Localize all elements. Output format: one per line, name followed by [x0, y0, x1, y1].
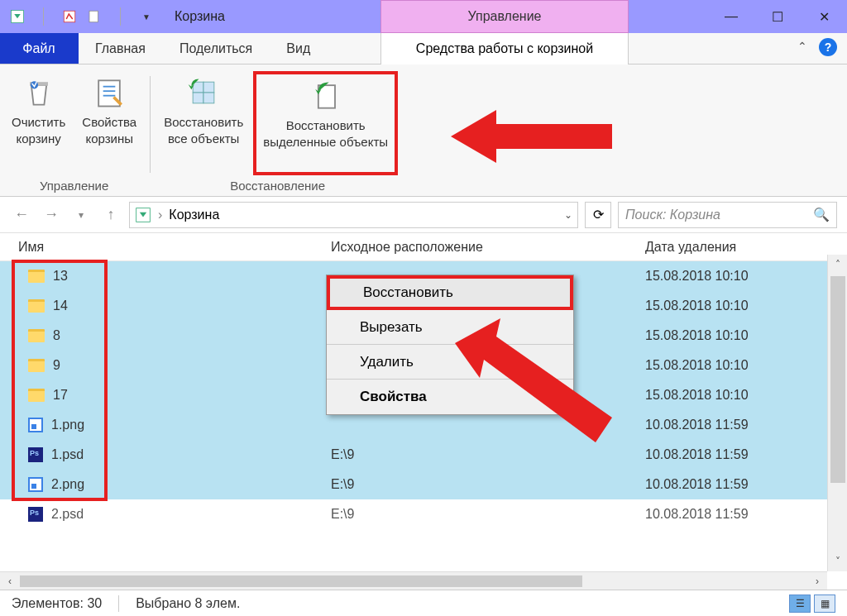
cell-date: 10.08.2018 11:59 — [645, 418, 847, 432]
recycle-props-button[interactable]: Свойства корзины — [75, 71, 143, 175]
cell-name: 2.png — [0, 477, 331, 492]
svg-rect-12 — [203, 93, 214, 103]
cell-date: 10.08.2018 11:59 — [645, 507, 847, 522]
restore-selected-icon — [308, 78, 344, 114]
properties-icon[interactable] — [62, 9, 77, 24]
forward-button[interactable]: → — [40, 203, 63, 227]
ribbon-tabs: Файл Главная Поделиться Вид Средства раб… — [0, 33, 847, 64]
cell-date: 10.08.2018 11:59 — [645, 477, 847, 492]
tab-file[interactable]: Файл — [0, 33, 79, 64]
restore-all-button[interactable]: Восстановить все объекты — [157, 71, 250, 175]
status-separator — [118, 595, 119, 612]
table-row[interactable]: 2.psdE:\910.08.2018 11:59 — [0, 499, 847, 529]
scroll-right-icon[interactable]: › — [807, 572, 827, 590]
svg-rect-9 — [193, 82, 203, 93]
history-dropdown-icon[interactable]: ▾ — [69, 203, 93, 227]
cell-date: 15.08.2018 10:10 — [645, 269, 847, 284]
cell-name: 14 — [0, 298, 331, 313]
cell-location: E:\9 — [331, 477, 645, 492]
restore-selected-button[interactable]: Восстановить выделенные объекты — [253, 71, 398, 175]
empty-recycle-label: Очистить корзину — [12, 114, 65, 146]
col-header-name[interactable]: Имя — [0, 240, 331, 255]
restore-all-label: Восстановить все объекты — [164, 114, 243, 146]
cell-name: 2.psd — [0, 507, 331, 522]
folder-icon — [28, 270, 45, 283]
scroll-left-icon[interactable]: ‹ — [0, 572, 20, 590]
recycle-bin-icon — [135, 207, 151, 223]
file-name: 8 — [53, 328, 60, 343]
minimize-button[interactable]: — — [708, 0, 754, 33]
col-header-location[interactable]: Исходное расположение — [331, 240, 645, 255]
back-button[interactable]: ← — [10, 203, 33, 227]
file-name: 17 — [53, 388, 68, 403]
psd-icon — [28, 447, 43, 462]
close-button[interactable]: ✕ — [801, 0, 847, 33]
refresh-button[interactable]: ⟳ — [585, 202, 611, 228]
up-button[interactable]: ↑ — [99, 203, 122, 227]
ribbon-group-manage: Очистить корзину Свойства корзины Управл… — [0, 71, 148, 196]
context-cut[interactable]: Вырезать — [327, 310, 573, 345]
table-row[interactable]: 2.pngE:\910.08.2018 11:59 — [0, 470, 847, 499]
file-name: 1.png — [51, 418, 84, 432]
cell-date: 15.08.2018 10:10 — [645, 298, 847, 313]
breadcrumb-bar[interactable]: › Корзина ⌄ — [129, 202, 578, 228]
new-doc-icon[interactable] — [87, 9, 102, 24]
context-restore[interactable]: Восстановить — [327, 275, 573, 310]
collapse-ribbon-icon[interactable]: ⌃ — [797, 40, 807, 53]
ribbon-group-restore-label: Восстановление — [230, 175, 325, 196]
window-controls: — ☐ ✕ — [708, 0, 847, 33]
thumbnails-view-button[interactable]: ▦ — [814, 595, 835, 613]
cell-date: 15.08.2018 10:10 — [645, 358, 847, 373]
svg-rect-1 — [64, 11, 75, 22]
trash-icon — [21, 74, 57, 111]
file-name: 2.psd — [51, 507, 84, 522]
tab-recycle-tools[interactable]: Средства работы с корзиной — [380, 33, 629, 64]
qat-dropdown-icon[interactable]: ▼ — [139, 9, 154, 24]
col-header-date[interactable]: Дата удаления — [645, 240, 847, 255]
ribbon-separator — [150, 76, 151, 173]
contextual-tab-header: Управление — [380, 0, 629, 33]
file-name: 13 — [53, 269, 68, 284]
quick-access-toolbar: ▼ — [0, 7, 154, 26]
status-bar: Элементов: 30 Выбрано 8 элем. ☰ ▦ — [0, 590, 847, 616]
context-delete[interactable]: Удалить — [327, 345, 573, 380]
qat-divider — [43, 7, 44, 26]
horizontal-scrollbar[interactable]: ‹ › — [0, 571, 827, 590]
cell-name: 8 — [0, 328, 331, 343]
cell-location: E:\9 — [331, 447, 645, 462]
cell-date: 15.08.2018 10:10 — [645, 388, 847, 403]
column-headers[interactable]: Имя Исходное расположение Дата удаления — [0, 233, 847, 261]
restore-all-icon — [185, 74, 222, 111]
details-view-button[interactable]: ☰ — [789, 595, 811, 613]
cell-name: 13 — [0, 269, 331, 284]
file-name: 14 — [53, 298, 68, 313]
file-name: 1.psd — [51, 447, 84, 462]
search-placeholder: Поиск: Корзина — [625, 208, 720, 222]
scroll-up-icon[interactable]: ˄ — [828, 255, 847, 275]
svg-rect-5 — [98, 80, 120, 106]
help-icon[interactable]: ? — [819, 38, 837, 56]
table-row[interactable]: 1.psdE:\910.08.2018 11:59 — [0, 440, 847, 470]
scroll-thumb-v[interactable] — [830, 276, 845, 483]
tab-view[interactable]: Вид — [270, 33, 328, 64]
empty-recycle-button[interactable]: Очистить корзину — [5, 71, 72, 175]
file-name: 2.png — [51, 477, 84, 492]
tab-share[interactable]: Поделиться — [163, 33, 270, 64]
scroll-down-icon[interactable]: ˅ — [828, 552, 847, 571]
context-properties[interactable]: Свойства — [327, 380, 573, 414]
scroll-thumb-h[interactable] — [20, 575, 582, 587]
cell-name: 1.psd — [0, 447, 331, 462]
cell-name: 9 — [0, 358, 331, 373]
svg-rect-2 — [89, 11, 98, 22]
vertical-scrollbar[interactable]: ˄ ˅ — [827, 255, 847, 571]
folder-icon — [28, 329, 45, 342]
image-icon — [28, 418, 43, 432]
cell-date: 15.08.2018 10:10 — [645, 328, 847, 343]
tab-home[interactable]: Главная — [79, 33, 163, 64]
svg-rect-10 — [203, 82, 214, 93]
context-menu: Восстановить Вырезать Удалить Свойства — [326, 275, 574, 415]
search-input[interactable]: Поиск: Корзина 🔍 — [618, 202, 837, 228]
window-title: Корзина — [175, 9, 225, 24]
maximize-button[interactable]: ☐ — [754, 0, 801, 33]
chevron-down-icon[interactable]: ⌄ — [564, 209, 572, 221]
